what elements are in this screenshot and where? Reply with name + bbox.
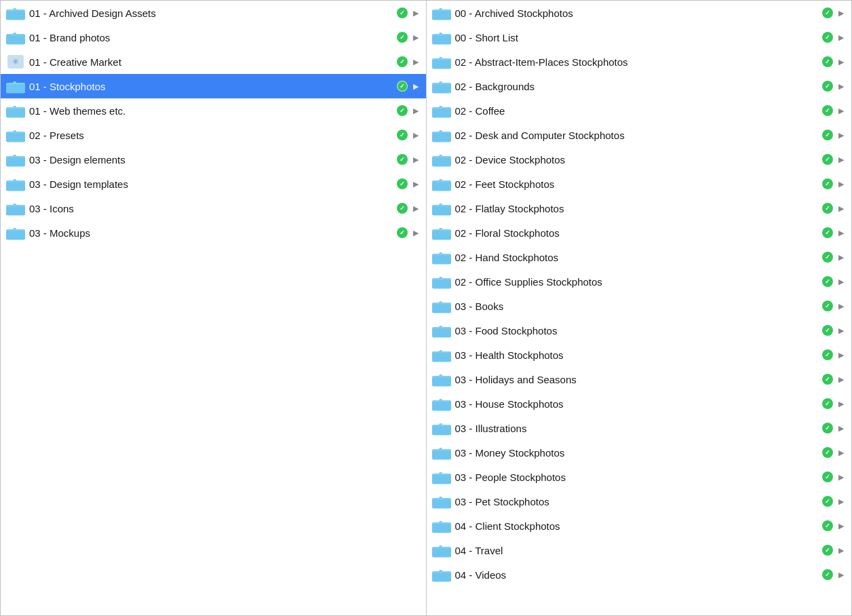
expand-chevron-icon[interactable]: ▶	[411, 33, 421, 42]
expand-chevron-icon[interactable]: ▶	[836, 448, 846, 457]
folder-row-brand-photos[interactable]: 01 - Brand photos▶	[1, 25, 426, 50]
sync-status-icon	[821, 129, 834, 141]
svg-rect-47	[432, 329, 451, 338]
folder-row-presets[interactable]: 02 - Presets▶	[1, 123, 426, 147]
check-circle	[822, 227, 833, 238]
expand-chevron-icon[interactable]: ▶	[836, 301, 846, 311]
expand-chevron-icon[interactable]: ▶	[836, 81, 846, 91]
sync-status-icon	[821, 104, 834, 117]
check-circle	[822, 81, 833, 92]
folder-label: 02 - Abstract-Item-Places Stockphotos	[455, 56, 818, 68]
folder-row-mockups[interactable]: 03 - Mockups▶	[1, 220, 426, 245]
folder-icon	[6, 176, 25, 191]
svg-rect-9	[6, 109, 25, 118]
expand-chevron-icon[interactable]: ▶	[411, 106, 421, 115]
folder-row-icons[interactable]: 03 - Icons▶	[1, 196, 426, 220]
check-circle	[397, 32, 408, 43]
folder-row-stockphotos[interactable]: 01 - Stockphotos▶	[1, 74, 426, 98]
folder-icon	[432, 543, 451, 558]
folder-icon	[432, 128, 451, 142]
folder-row-coffee[interactable]: 02 - Coffee▶	[427, 98, 852, 123]
folder-label: 02 - Feet Stockphotos	[455, 178, 818, 190]
folder-row-money-stockphotos[interactable]: 03 - Money Stockphotos▶	[427, 440, 852, 465]
folder-icon	[432, 250, 451, 265]
folder-label: 01 - Stockphotos	[29, 81, 392, 92]
svg-rect-27	[432, 85, 451, 94]
expand-chevron-icon[interactable]: ▶	[836, 33, 846, 42]
expand-chevron-icon[interactable]: ▶	[836, 179, 846, 189]
expand-chevron-icon[interactable]: ▶	[411, 8, 421, 18]
expand-chevron-icon[interactable]: ▶	[836, 472, 846, 482]
expand-chevron-icon[interactable]: ▶	[836, 497, 846, 506]
expand-chevron-icon[interactable]: ▶	[836, 204, 846, 213]
expand-chevron-icon[interactable]: ▶	[836, 8, 846, 18]
folder-row-desk-computer[interactable]: 02 - Desk and Computer Stockphotos▶	[427, 123, 852, 147]
expand-chevron-icon[interactable]: ▶	[411, 155, 421, 164]
folder-label: 00 - Short List	[455, 32, 818, 43]
folder-row-illustrations[interactable]: 03 - Illustrations▶	[427, 416, 852, 440]
folder-row-web-themes[interactable]: 01 - Web themes etc.▶	[1, 98, 426, 123]
check-circle	[397, 154, 408, 165]
expand-chevron-icon[interactable]: ▶	[836, 423, 846, 433]
svg-rect-37	[432, 207, 451, 216]
folder-icon	[432, 274, 451, 289]
expand-chevron-icon[interactable]: ▶	[836, 155, 846, 164]
check-circle	[397, 178, 408, 189]
expand-chevron-icon[interactable]: ▶	[836, 374, 846, 384]
expand-chevron-icon[interactable]: ▶	[411, 228, 421, 237]
expand-chevron-icon[interactable]: ▶	[836, 399, 846, 408]
folder-row-archived-stockphotos[interactable]: 00 - Archived Stockphotos▶	[427, 1, 852, 25]
sync-status-icon	[821, 569, 834, 581]
expand-chevron-icon[interactable]: ▶	[836, 521, 846, 531]
expand-chevron-icon[interactable]: ▶	[836, 545, 846, 555]
folder-icon: ✳	[6, 54, 25, 69]
folder-row-feet-stockphotos[interactable]: 02 - Feet Stockphotos▶	[427, 172, 852, 196]
folder-row-hand-stockphotos[interactable]: 02 - Hand Stockphotos▶	[427, 245, 852, 269]
expand-chevron-icon[interactable]: ▶	[836, 57, 846, 66]
expand-chevron-icon[interactable]: ▶	[836, 326, 846, 335]
folder-row-flatlay-stockphotos[interactable]: 02 - Flatlay Stockphotos▶	[427, 196, 852, 220]
folder-row-office-supplies[interactable]: 02 - Office Supplies Stockphotos▶	[427, 269, 852, 294]
folder-row-books[interactable]: 03 - Books▶	[427, 294, 852, 318]
expand-chevron-icon[interactable]: ▶	[411, 81, 421, 91]
folder-row-floral-stockphotos[interactable]: 02 - Floral Stockphotos▶	[427, 220, 852, 245]
folder-row-client-stockphotos[interactable]: 04 - Client Stockphotos▶	[427, 514, 852, 538]
folder-icon	[6, 225, 25, 240]
folder-row-archived-design[interactable]: 01 - Archived Design Assets▶	[1, 1, 426, 25]
folder-row-health-stockphotos[interactable]: 03 - Health Stockphotos▶	[427, 343, 852, 367]
folder-row-house-stockphotos[interactable]: 03 - House Stockphotos▶	[427, 391, 852, 416]
expand-chevron-icon[interactable]: ▶	[836, 130, 846, 140]
expand-chevron-icon[interactable]: ▶	[836, 228, 846, 237]
expand-chevron-icon[interactable]: ▶	[411, 57, 421, 66]
sync-status-icon	[821, 349, 834, 361]
expand-chevron-icon[interactable]: ▶	[411, 204, 421, 213]
folder-row-holidays-seasons[interactable]: 03 - Holidays and Seasons▶	[427, 367, 852, 391]
expand-chevron-icon[interactable]: ▶	[411, 179, 421, 189]
folder-row-backgrounds[interactable]: 02 - Backgrounds▶	[427, 74, 852, 98]
svg-rect-3	[6, 36, 25, 45]
folder-row-design-templates[interactable]: 03 - Design templates▶	[1, 172, 426, 196]
svg-rect-65	[432, 549, 451, 558]
folder-row-short-list[interactable]: 00 - Short List▶	[427, 25, 852, 50]
expand-chevron-icon[interactable]: ▶	[836, 350, 846, 360]
folder-row-people-stockphotos[interactable]: 03 - People Stockphotos▶	[427, 465, 852, 489]
folder-row-design-elements[interactable]: 03 - Design elements▶	[1, 147, 426, 172]
folder-label: 03 - Design elements	[29, 154, 392, 166]
folder-row-food-stockphotos[interactable]: 03 - Food Stockphotos▶	[427, 318, 852, 343]
folder-row-videos[interactable]: 04 - Videos▶	[427, 562, 852, 587]
folder-row-travel[interactable]: 04 - Travel▶	[427, 538, 852, 562]
expand-chevron-icon[interactable]: ▶	[411, 130, 421, 140]
check-circle	[822, 56, 833, 67]
expand-chevron-icon[interactable]: ▶	[836, 570, 846, 579]
folder-icon	[6, 152, 25, 167]
folder-row-device-stockphotos[interactable]: 02 - Device Stockphotos▶	[427, 147, 852, 172]
folder-row-pet-stockphotos[interactable]: 03 - Pet Stockphotos▶	[427, 489, 852, 514]
folder-row-creative-market[interactable]: ✳ 01 - Creative Market▶	[1, 50, 426, 74]
expand-chevron-icon[interactable]: ▶	[836, 106, 846, 115]
sync-status-icon	[821, 373, 834, 385]
expand-chevron-icon[interactable]: ▶	[836, 277, 846, 286]
expand-chevron-icon[interactable]: ▶	[836, 252, 846, 262]
folder-label: 02 - Hand Stockphotos	[455, 252, 818, 263]
folder-row-abstract-item[interactable]: 02 - Abstract-Item-Places Stockphotos▶	[427, 50, 852, 74]
sync-status-icon	[821, 202, 834, 214]
